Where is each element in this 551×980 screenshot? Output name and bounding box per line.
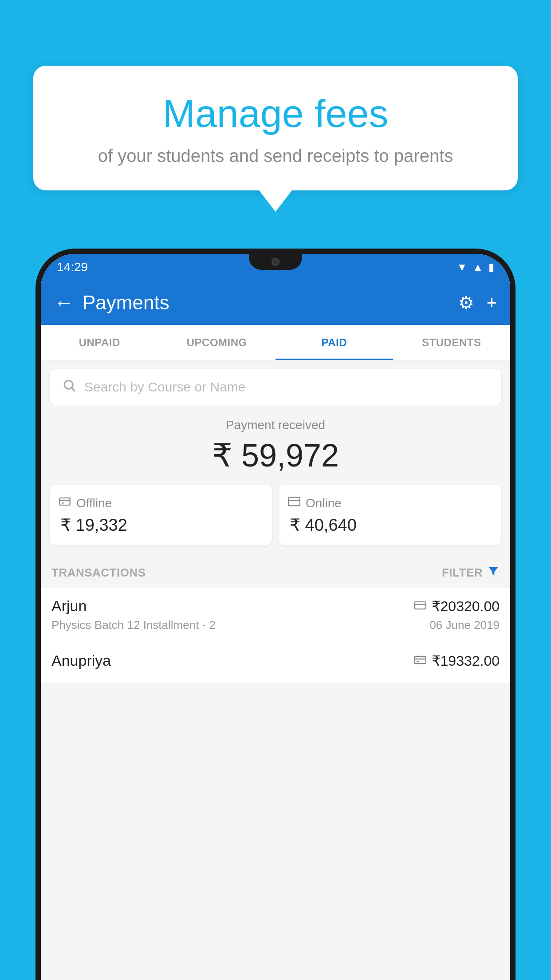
offline-card: Offline ₹ 19,332 <box>50 485 272 545</box>
back-button[interactable]: ← <box>54 292 74 314</box>
transactions-label: TRANSACTIONS <box>51 566 146 580</box>
online-label: Online <box>306 496 342 510</box>
bubble-subtitle: of your students and send receipts to pa… <box>51 146 500 166</box>
phone-frame: 14:29 ▼ ▲ ▮ ← Payments ⚙ + UNPAID UPCOMI… <box>35 249 516 980</box>
payment-label: Payment received <box>50 418 501 432</box>
phone-inner: 14:29 ▼ ▲ ▮ ← Payments ⚙ + UNPAID UPCOMI… <box>41 254 510 980</box>
online-icon <box>288 495 300 511</box>
filter-button[interactable]: FILTER <box>442 565 500 581</box>
table-row[interactable]: Anupriya ₹19332.00 <box>41 642 510 683</box>
tab-students[interactable]: STUDENTS <box>393 325 511 360</box>
svg-rect-2 <box>59 498 70 505</box>
trans-date-arjun: 06 June 2019 <box>429 618 500 632</box>
trans-name-arjun: Arjun <box>51 597 87 615</box>
trans-amount-area-anupriya: ₹19332.00 <box>414 652 500 669</box>
add-button[interactable]: + <box>487 293 497 313</box>
filter-label: FILTER <box>442 566 483 580</box>
bubble-title: Manage fees <box>51 92 500 135</box>
svg-rect-8 <box>414 601 426 609</box>
transactions-header: TRANSACTIONS FILTER <box>41 554 510 588</box>
status-icons: ▼ ▲ ▮ <box>457 261 494 273</box>
trans-cash-icon-anupriya <box>414 654 426 668</box>
payment-amount: ₹ 59,972 <box>50 437 501 474</box>
table-row[interactable]: Arjun ₹20320.00 Physics Batch 12 Install… <box>41 588 510 642</box>
settings-button[interactable]: ⚙ <box>458 292 474 313</box>
signal-icon: ▲ <box>472 261 483 273</box>
svg-line-1 <box>72 388 75 391</box>
svg-rect-5 <box>288 498 300 506</box>
tabs-bar: UNPAID UPCOMING PAID STUDENTS <box>41 325 510 360</box>
header-icons: ⚙ + <box>458 292 497 313</box>
transaction-list: Arjun ₹20320.00 Physics Batch 12 Install… <box>41 588 510 683</box>
trans-name-anupriya: Anupriya <box>51 652 111 669</box>
trans-amount-anupriya: ₹19332.00 <box>432 652 500 669</box>
trans-course-arjun: Physics Batch 12 Installment - 2 <box>51 618 216 632</box>
offline-amount: ₹ 19,332 <box>59 515 263 535</box>
svg-rect-10 <box>414 656 426 663</box>
offline-icon <box>59 495 71 511</box>
trans-amount-arjun: ₹20320.00 <box>432 598 500 615</box>
status-time: 14:29 <box>57 260 88 274</box>
tab-paid[interactable]: PAID <box>276 325 393 360</box>
speech-bubble: Manage fees of your students and send re… <box>33 66 518 190</box>
svg-marker-7 <box>489 567 498 576</box>
search-placeholder: Search by Course or Name <box>84 379 246 395</box>
trans-card-icon-arjun <box>414 599 426 613</box>
wifi-icon: ▼ <box>457 261 467 273</box>
filter-icon <box>487 565 500 581</box>
online-amount: ₹ 40,640 <box>288 515 492 535</box>
trans-amount-area-arjun: ₹20320.00 <box>414 598 500 615</box>
app-header: ← Payments ⚙ + <box>41 281 510 325</box>
battery-icon: ▮ <box>488 261 494 273</box>
tab-upcoming[interactable]: UPCOMING <box>158 325 276 360</box>
search-bar[interactable]: Search by Course or Name <box>50 369 501 405</box>
camera-dot <box>272 258 279 266</box>
tab-unpaid[interactable]: UNPAID <box>41 325 158 360</box>
search-icon <box>62 378 76 396</box>
online-card: Online ₹ 40,640 <box>279 485 501 545</box>
payment-cards: Offline ₹ 19,332 Online ₹ 4 <box>50 485 501 545</box>
header-title: Payments <box>83 292 449 314</box>
notch <box>249 254 302 270</box>
payment-section: Payment received ₹ 59,972 Offline <box>41 405 510 554</box>
svg-point-0 <box>64 380 73 389</box>
offline-label: Offline <box>76 496 112 510</box>
